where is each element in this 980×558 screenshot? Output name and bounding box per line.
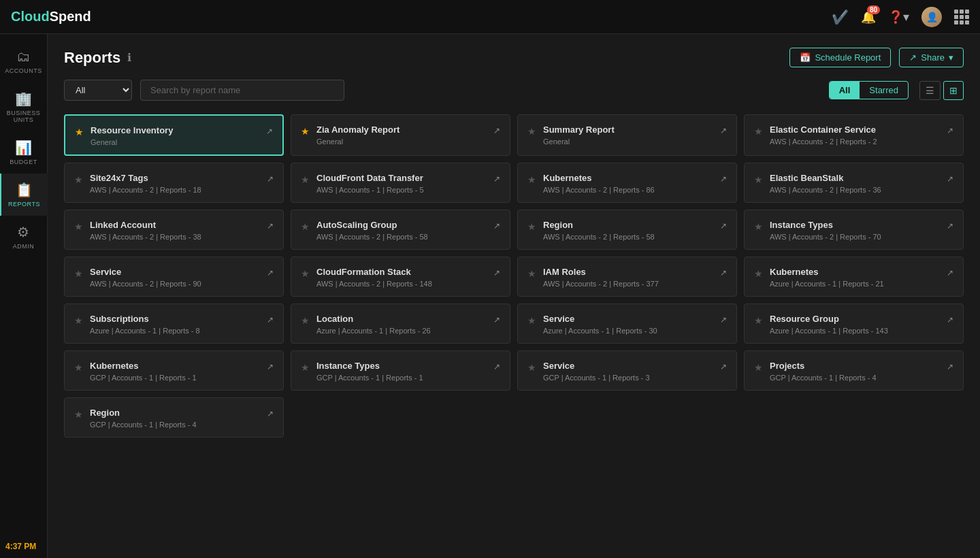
report-card[interactable]: ★ Elastic Container Service AWS | Accoun… — [744, 114, 964, 156]
starred-toggle-button[interactable]: Starred — [860, 82, 908, 99]
report-card[interactable]: ★ Site24x7 Tags AWS | Accounts - 2 | Rep… — [64, 163, 284, 203]
open-report-icon[interactable]: ↗ — [720, 362, 727, 372]
star-button[interactable]: ★ — [754, 268, 763, 279]
open-report-icon[interactable]: ↗ — [947, 315, 953, 325]
report-card[interactable]: ★ Region GCP | Accounts - 1 | Reports - … — [64, 397, 284, 438]
open-report-icon[interactable]: ↗ — [493, 126, 500, 135]
open-report-icon[interactable]: ↗ — [720, 315, 727, 325]
open-report-icon[interactable]: ↗ — [267, 315, 274, 325]
star-button[interactable]: ★ — [527, 174, 536, 185]
report-info: Projects GCP | Accounts - 1 | Reports - … — [770, 361, 940, 382]
star-button[interactable]: ★ — [301, 315, 310, 326]
report-card[interactable]: ★ Kubernetes Azure | Accounts - 1 | Repo… — [744, 257, 964, 297]
star-button[interactable]: ★ — [754, 126, 763, 137]
star-button[interactable]: ★ — [301, 362, 310, 373]
open-report-icon[interactable]: ↗ — [720, 221, 727, 231]
search-input[interactable] — [140, 80, 344, 101]
apps-icon[interactable] — [954, 10, 969, 24]
notification-icon[interactable]: 🔔 80 — [861, 10, 876, 24]
star-button[interactable]: ★ — [74, 315, 83, 326]
report-card[interactable]: ★ Summary Report General ↗ — [517, 114, 737, 156]
star-button[interactable]: ★ — [301, 126, 310, 137]
list-view-button[interactable]: ☰ — [919, 81, 941, 100]
sidebar-item-accounts[interactable]: 🗂 ACCOUNTS — [0, 41, 48, 82]
report-card[interactable]: ★ Service AWS | Accounts - 2 | Reports -… — [64, 257, 284, 297]
report-card[interactable]: ★ Resource Group Azure | Accounts - 1 | … — [744, 303, 964, 344]
sidebar-item-admin[interactable]: ⚙ ADMIN — [0, 216, 48, 258]
sidebar-item-business-units[interactable]: 🏢 BUSINESS UNITS — [0, 82, 48, 131]
open-report-icon[interactable]: ↗ — [267, 362, 274, 372]
help-icon[interactable]: ❓▾ — [888, 10, 909, 24]
star-button[interactable]: ★ — [754, 174, 763, 185]
star-button[interactable]: ★ — [75, 127, 84, 137]
star-button[interactable]: ★ — [527, 221, 536, 232]
report-card[interactable]: ★ IAM Roles AWS | Accounts - 2 | Reports… — [517, 257, 737, 297]
accounts-icon: 🗂 — [16, 49, 31, 65]
star-button[interactable]: ★ — [74, 174, 83, 185]
open-report-icon[interactable]: ↗ — [493, 221, 500, 231]
report-card[interactable]: ★ Instance Types GCP | Accounts - 1 | Re… — [291, 350, 510, 391]
star-button[interactable]: ★ — [301, 221, 310, 232]
report-card[interactable]: ★ Subscriptions Azure | Accounts - 1 | R… — [64, 303, 284, 344]
open-report-icon[interactable]: ↗ — [493, 174, 500, 184]
open-report-icon[interactable]: ↗ — [720, 268, 727, 278]
task-icon[interactable]: ✔️ — [832, 9, 849, 25]
report-card[interactable]: ★ Region AWS | Accounts - 2 | Reports - … — [517, 210, 737, 250]
open-report-icon[interactable]: ↗ — [493, 362, 500, 372]
report-meta: Azure | Accounts - 1 | Reports - 8 — [90, 327, 260, 335]
filter-select[interactable]: All AWS Azure GCP — [64, 80, 132, 101]
share-button[interactable]: ↗ Share ▾ — [899, 48, 964, 67]
report-card[interactable]: ★ Location Azure | Accounts - 1 | Report… — [291, 303, 510, 344]
report-card[interactable]: ★ Zia Anomaly Report General ↗ — [291, 114, 510, 156]
open-report-icon[interactable]: ↗ — [493, 268, 500, 278]
star-button[interactable]: ★ — [754, 362, 763, 373]
star-button[interactable]: ★ — [527, 268, 536, 279]
grid-view-button[interactable]: ⊞ — [943, 81, 964, 100]
star-button[interactable]: ★ — [754, 221, 763, 232]
report-card[interactable]: ★ Service Azure | Accounts - 1 | Reports… — [517, 303, 737, 344]
star-button[interactable]: ★ — [74, 409, 83, 420]
report-card[interactable]: ★ Projects GCP | Accounts - 1 | Reports … — [744, 350, 964, 391]
open-report-icon[interactable]: ↗ — [947, 126, 953, 135]
star-button[interactable]: ★ — [527, 362, 536, 373]
open-report-icon[interactable]: ↗ — [947, 221, 953, 231]
star-button[interactable]: ★ — [527, 126, 536, 137]
open-report-icon[interactable]: ↗ — [267, 409, 274, 419]
report-card[interactable]: ★ Instance Types AWS | Accounts - 2 | Re… — [744, 210, 964, 250]
report-card[interactable]: ★ Linked Account AWS | Accounts - 2 | Re… — [64, 210, 284, 250]
open-report-icon[interactable]: ↗ — [947, 174, 953, 184]
open-report-icon[interactable]: ↗ — [493, 315, 500, 325]
sidebar-item-budget[interactable]: 📊 BUDGET — [0, 131, 48, 174]
share-chevron-icon: ▾ — [949, 52, 953, 63]
sidebar-item-reports[interactable]: 📋 REPORTS — [0, 174, 48, 216]
open-report-icon[interactable]: ↗ — [947, 268, 953, 278]
star-button[interactable]: ★ — [74, 362, 83, 373]
open-report-icon[interactable]: ↗ — [720, 174, 727, 184]
open-report-icon[interactable]: ↗ — [267, 221, 274, 231]
report-card[interactable]: ★ CloudFront Data Transfer AWS | Account… — [291, 163, 510, 203]
star-button[interactable]: ★ — [301, 174, 310, 185]
report-card[interactable]: ★ CloudFormation Stack AWS | Accounts - … — [291, 257, 510, 297]
report-card[interactable]: ★ Resource Inventory General ↗ — [64, 114, 284, 156]
report-meta: AWS | Accounts - 1 | Reports - 5 — [316, 186, 487, 194]
avatar[interactable]: 👤 — [921, 7, 942, 27]
report-card[interactable]: ★ Kubernetes AWS | Accounts - 2 | Report… — [517, 163, 737, 203]
info-icon[interactable]: ℹ — [127, 51, 131, 64]
open-report-icon[interactable]: ↗ — [266, 127, 273, 136]
open-report-icon[interactable]: ↗ — [720, 126, 727, 135]
report-card[interactable]: ★ Elastic BeanStalk AWS | Accounts - 2 |… — [744, 163, 964, 203]
star-button[interactable]: ★ — [74, 221, 83, 232]
report-meta: AWS | Accounts - 2 | Reports - 18 — [90, 186, 260, 194]
star-button[interactable]: ★ — [301, 268, 310, 279]
all-toggle-button[interactable]: All — [830, 82, 860, 99]
star-button[interactable]: ★ — [754, 315, 763, 326]
open-report-icon[interactable]: ↗ — [267, 268, 274, 278]
open-report-icon[interactable]: ↗ — [267, 174, 274, 184]
schedule-report-button[interactable]: 📅 Schedule Report — [789, 48, 891, 67]
report-card[interactable]: ★ AutoScaling Group AWS | Accounts - 2 |… — [291, 210, 510, 250]
report-card[interactable]: ★ Service GCP | Accounts - 1 | Reports -… — [517, 350, 737, 391]
open-report-icon[interactable]: ↗ — [947, 362, 953, 372]
star-button[interactable]: ★ — [527, 315, 536, 326]
star-button[interactable]: ★ — [74, 268, 83, 279]
report-card[interactable]: ★ Kubernetes GCP | Accounts - 1 | Report… — [64, 350, 284, 391]
